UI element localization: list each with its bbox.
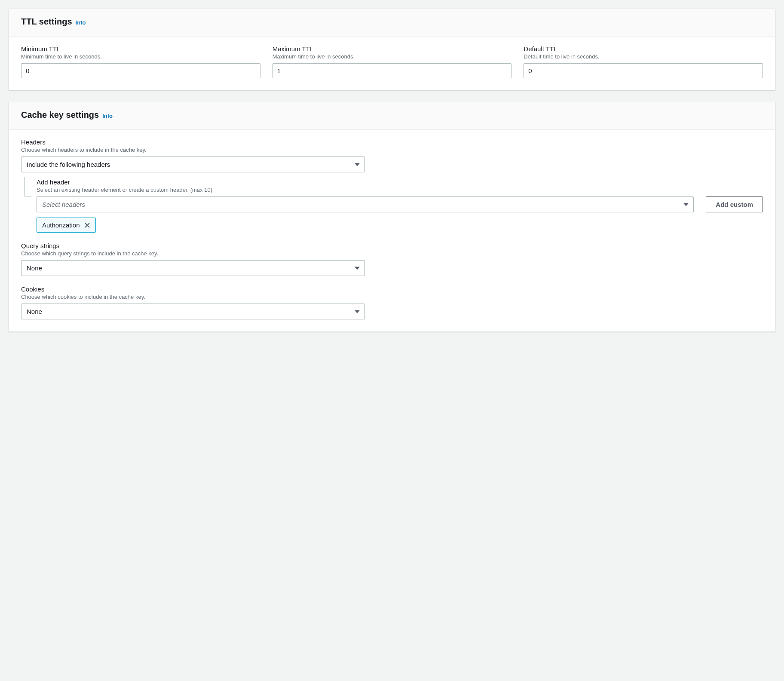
tree-connector: [24, 177, 31, 196]
query-select-value: None: [21, 260, 365, 276]
token-label: Authorization: [42, 221, 80, 229]
ttl-info-link[interactable]: Info: [76, 19, 86, 26]
headers-section: Headers Choose which headers to include …: [21, 138, 763, 233]
cookies-select-value: None: [21, 304, 365, 319]
min-ttl-field: Minimum TTL Minimum time to live in seco…: [21, 45, 260, 78]
max-ttl-input[interactable]: [273, 63, 512, 78]
cache-panel-header: Cache key settings Info: [9, 102, 775, 130]
cache-info-link[interactable]: Info: [102, 113, 113, 119]
min-ttl-label: Minimum TTL: [21, 45, 260, 52]
add-header-row: Select headers Add custom: [37, 196, 763, 212]
min-ttl-desc: Minimum time to live in seconds.: [21, 53, 260, 60]
cache-panel-body: Headers Choose which headers to include …: [9, 130, 775, 331]
max-ttl-label: Maximum TTL: [273, 45, 512, 52]
cookies-desc: Choose which cookies to include in the c…: [21, 294, 763, 300]
headers-select-value: Include the following headers: [21, 156, 365, 172]
min-ttl-input[interactable]: [21, 63, 260, 78]
query-desc: Choose which query strings to include in…: [21, 250, 763, 257]
close-icon[interactable]: [84, 222, 90, 228]
cache-key-settings-panel: Cache key settings Info Headers Choose w…: [9, 102, 775, 332]
ttl-title: TTL settings: [21, 17, 72, 27]
add-header-label: Add header: [37, 178, 763, 186]
default-ttl-label: Default TTL: [524, 45, 763, 52]
ttl-settings-panel: TTL settings Info Minimum TTL Minimum ti…: [9, 9, 775, 91]
ttl-panel-header: TTL settings Info: [9, 9, 775, 37]
ttl-panel-body: Minimum TTL Minimum time to live in seco…: [9, 37, 775, 90]
header-tokens: Authorization: [37, 218, 763, 233]
default-ttl-input[interactable]: [524, 63, 763, 78]
ttl-row: Minimum TTL Minimum time to live in seco…: [21, 45, 763, 78]
cookies-section: Cookies Choose which cookies to include …: [21, 285, 763, 319]
max-ttl-desc: Maximum time to live in seconds.: [273, 53, 512, 60]
add-custom-button[interactable]: Add custom: [706, 196, 763, 212]
select-headers-dropdown[interactable]: Select headers: [37, 196, 694, 212]
cache-title: Cache key settings: [21, 110, 99, 120]
cookies-select[interactable]: None: [21, 304, 365, 319]
add-header-select-col: Select headers: [37, 196, 694, 212]
headers-label: Headers: [21, 138, 763, 146]
headers-desc: Choose which headers to include in the c…: [21, 147, 763, 153]
headers-select[interactable]: Include the following headers: [21, 156, 365, 172]
add-header-desc: Select an existing header element or cre…: [37, 187, 763, 193]
cookies-label: Cookies: [21, 285, 763, 293]
select-headers-placeholder: Select headers: [37, 196, 694, 212]
header-token-authorization: Authorization: [37, 218, 96, 233]
query-select[interactable]: None: [21, 260, 365, 276]
add-header-block: Add header Select an existing header ele…: [24, 178, 763, 233]
query-label: Query strings: [21, 242, 763, 249]
default-ttl-field: Default TTL Default time to live in seco…: [524, 45, 763, 78]
max-ttl-field: Maximum TTL Maximum time to live in seco…: [273, 45, 512, 78]
query-strings-section: Query strings Choose which query strings…: [21, 242, 763, 276]
default-ttl-desc: Default time to live in seconds.: [524, 53, 763, 60]
